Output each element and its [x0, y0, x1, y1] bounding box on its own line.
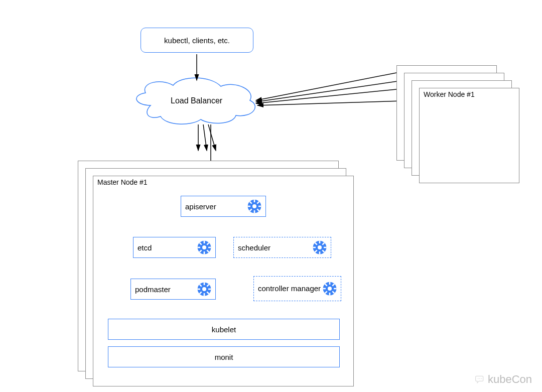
- worker-node-label: Worker Node #1: [424, 90, 475, 98]
- scheduler-box: scheduler: [233, 237, 331, 258]
- watermark: kubeCon: [475, 373, 532, 386]
- svg-point-71: [479, 378, 480, 379]
- clients-label: kubectl, clients, etc.: [164, 36, 230, 45]
- svg-point-61: [328, 287, 332, 291]
- gear-icon: [246, 198, 262, 214]
- podmaster-label: podmaster: [131, 285, 196, 294]
- gear-icon: [322, 281, 338, 297]
- gear-icon: [196, 281, 212, 297]
- svg-point-41: [318, 245, 322, 249]
- svg-line-12: [208, 124, 216, 151]
- kubelet-label: kubelet: [212, 325, 236, 334]
- monit-box: monit: [108, 346, 340, 367]
- svg-point-31: [202, 245, 206, 249]
- load-balancer-label: Load Balancer: [171, 96, 222, 105]
- gear-icon: [196, 239, 212, 255]
- svg-point-51: [202, 287, 206, 291]
- watermark-text: kubeCon: [488, 373, 532, 386]
- apiserver-box: apiserver: [181, 196, 266, 217]
- clients-box: kubectl, clients, etc.: [141, 28, 253, 53]
- etcd-box: etcd: [133, 237, 216, 258]
- etcd-label: etcd: [133, 243, 196, 252]
- controller-manager-label: controller manager: [254, 284, 322, 293]
- gear-icon: [312, 239, 328, 255]
- worker-node-front: Worker Node #1: [419, 88, 519, 183]
- controller-manager-box: controller manager: [253, 276, 341, 301]
- monit-label: monit: [215, 353, 233, 361]
- master-node-label: Master Node #1: [97, 178, 148, 186]
- scheduler-label: scheduler: [234, 243, 312, 252]
- podmaster-box: podmaster: [130, 279, 216, 300]
- chat-icon: [475, 374, 485, 384]
- svg-point-72: [481, 378, 482, 379]
- svg-point-70: [478, 378, 479, 379]
- svg-point-21: [252, 204, 256, 208]
- apiserver-label: apiserver: [181, 202, 246, 211]
- kubelet-box: kubelet: [108, 319, 340, 340]
- svg-line-11: [203, 124, 207, 151]
